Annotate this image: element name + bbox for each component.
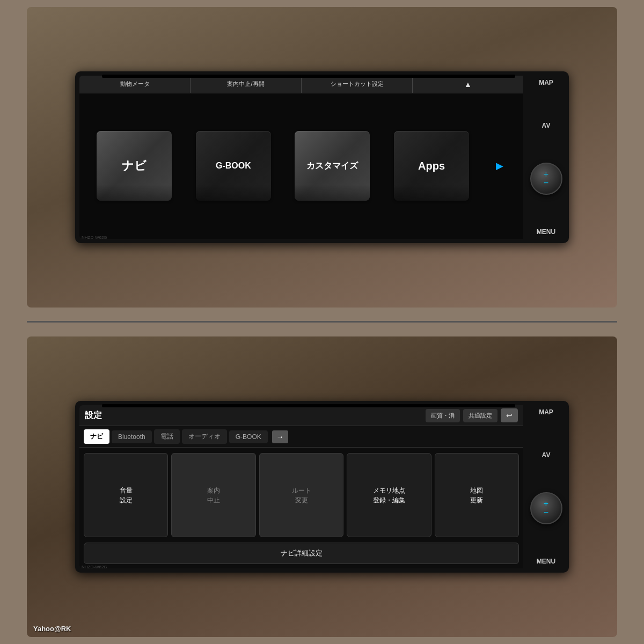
quality-button[interactable]: 画質・消 — [426, 409, 460, 422]
tab-bluetooth[interactable]: Bluetooth — [112, 430, 152, 443]
navi-icon[interactable]: ナビ — [97, 131, 172, 201]
navi-detail-settings-button[interactable]: ナビ詳細設定 — [84, 543, 519, 564]
back-button[interactable]: ↩ — [501, 408, 518, 422]
guidance-stop-tile[interactable]: 案内 中止 — [171, 453, 255, 537]
volume-dial-bottom[interactable]: + − — [530, 492, 562, 524]
customize-icon[interactable]: カスタマイズ — [295, 131, 370, 201]
settings-grid: 音量 設定 案内 中止 ルート 変更 メモリ地点 登録・編集 地図 更新 — [79, 448, 523, 543]
minus-icon: − — [544, 179, 548, 187]
icon-grid: ナビ G-BOOK カスタマイズ Apps ▶ — [79, 93, 523, 239]
side-controls: MAP AV + − MENU — [523, 71, 569, 243]
topbar-btn4[interactable]: ▲ — [413, 76, 523, 93]
model-text-bottom: NHZD-W62G — [82, 565, 107, 569]
tab-bar: ナビ Bluetooth 電話 オーディオ G-BOOK → — [79, 426, 523, 448]
memory-point-tile[interactable]: メモリ地点 登録・編集 — [347, 453, 431, 537]
tab-phone[interactable]: 電話 — [154, 429, 180, 444]
route-change-tile[interactable]: ルート 変更 — [259, 453, 343, 537]
right-arrow[interactable]: ▶ — [493, 157, 506, 174]
topbar-btn2[interactable]: 案内中止/再開 — [191, 76, 302, 93]
model-text: NHZD-W62G — [82, 235, 107, 240]
settings-header: 設定 画質・消 共通設定 ↩ — [79, 405, 523, 426]
common-settings-button[interactable]: 共通設定 — [463, 409, 497, 422]
apps-icon[interactable]: Apps — [394, 131, 469, 201]
menu-button-bottom[interactable]: MENU — [532, 555, 560, 567]
plus-icon: + — [544, 170, 548, 179]
topbar-btn3[interactable]: ショートカット設定 — [302, 76, 413, 93]
plus-icon-bottom: + — [544, 500, 548, 508]
map-update-tile[interactable]: 地図 更新 — [435, 453, 519, 537]
gbook-icon[interactable]: G-BOOK — [196, 131, 271, 201]
settings-title: 設定 — [85, 410, 102, 421]
tab-audio[interactable]: オーディオ — [182, 429, 227, 444]
av-button-bottom[interactable]: AV — [538, 449, 555, 461]
av-button[interactable]: AV — [538, 120, 555, 131]
tab-arrow-right[interactable]: → — [272, 430, 288, 443]
menu-button[interactable]: MENU — [532, 226, 560, 238]
watermark: Yahoo@RK — [33, 625, 71, 633]
side-controls-bottom: MAP AV + − MENU — [523, 401, 569, 573]
volume-settings-tile[interactable]: 音量 設定 — [84, 453, 168, 537]
minus-icon-bottom: − — [544, 508, 548, 517]
map-button-bottom[interactable]: MAP — [535, 406, 558, 418]
tab-navi[interactable]: ナビ — [84, 429, 109, 444]
topbar: 動物メータ 案内中止/再開 ショートカット設定 ▲ — [79, 76, 523, 93]
map-button[interactable]: MAP — [535, 77, 558, 89]
tab-gbook[interactable]: G-BOOK — [229, 430, 268, 443]
volume-dial[interactable]: + − — [530, 163, 562, 195]
topbar-btn1[interactable]: 動物メータ — [79, 76, 191, 93]
